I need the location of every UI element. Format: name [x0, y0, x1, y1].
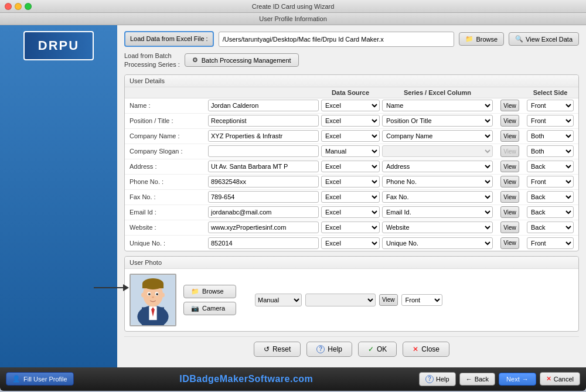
close-label: Close [421, 345, 440, 353]
batch-btn-label: Batch Processing Management [202, 57, 291, 64]
footer-help-label: Help [436, 376, 449, 383]
bottom-buttons: ↺ Reset ? Help ✓ OK ✕ Close [124, 336, 579, 362]
row-side-select[interactable]: FrontBackBoth [527, 100, 574, 111]
row-view-btn[interactable]: View [500, 115, 519, 127]
row-series-select[interactable]: NamePosition Or TitleCompany NameAddress… [382, 237, 493, 249]
photo-series-select[interactable] [305, 294, 376, 306]
footer-next-btn[interactable]: Next → [499, 373, 536, 386]
reset-btn[interactable]: ↺ Reset [254, 342, 301, 357]
row-series-select[interactable]: NamePosition Or TitleCompany NameAddress… [382, 191, 493, 203]
row-value-input[interactable] [208, 206, 319, 218]
photo-camera-btn[interactable]: 📷 Camera [183, 302, 236, 315]
row-series-select[interactable]: NamePosition Or TitleCompany NameAddress… [382, 145, 493, 157]
photo-camera-label: Camera [202, 305, 225, 312]
row-view-btn[interactable]: View [500, 176, 519, 188]
row-side-select[interactable]: FrontBackBoth [527, 221, 574, 233]
row-datasource-select[interactable]: ExcelManual [321, 221, 380, 233]
svg-point-10 [148, 293, 151, 295]
row-value-input[interactable] [208, 100, 319, 111]
photo-section: 📁 Browse 📷 Camera Manual Excel [125, 269, 578, 331]
row-series-select[interactable]: NamePosition Or TitleCompany NameAddress… [382, 161, 493, 172]
row-view-btn[interactable]: View [500, 237, 519, 249]
help-btn[interactable]: ? Help [306, 342, 352, 357]
photo-browse-btn[interactable]: 📁 Browse [183, 285, 236, 298]
minimize-window-btn[interactable] [15, 3, 22, 10]
row-series-select[interactable]: NamePosition Or TitleCompany NameAddress… [382, 115, 493, 127]
th-side: Select Side [527, 89, 574, 96]
side-col: FrontBackBoth [527, 191, 574, 203]
row-value-input[interactable] [208, 221, 319, 233]
ok-icon: ✓ [368, 345, 374, 353]
photo-datasource-select[interactable]: Manual Excel [255, 294, 302, 306]
row-side-select[interactable]: FrontBackBoth [527, 176, 574, 188]
row-value-input[interactable] [208, 237, 319, 249]
table-row: Fax No. :ExcelManualNamePosition Or Titl… [125, 190, 578, 205]
row-datasource-select[interactable]: ExcelManual [321, 161, 380, 172]
row-side-select[interactable]: FrontBackBoth [527, 161, 574, 172]
fill-profile-btn[interactable]: 👤 Fill User Profile [6, 372, 74, 386]
row-datasource-select[interactable]: ExcelManual [321, 100, 380, 111]
photo-browse-label: Browse [202, 288, 224, 295]
row-datasource-select[interactable]: ExcelManual [321, 191, 380, 203]
row-side-select[interactable]: FrontBackBoth [527, 145, 574, 157]
row-datasource-select[interactable]: ExcelManual [321, 145, 380, 157]
row-datasource-select[interactable]: ExcelManual [321, 206, 380, 218]
row-value-input[interactable] [208, 130, 319, 142]
row-series-select[interactable]: NamePosition Or TitleCompany NameAddress… [382, 130, 493, 142]
drpu-logo: DRPU [23, 31, 94, 60]
footer-back-label: Back [475, 376, 489, 383]
photo-side-select[interactable]: Front Back Both [401, 294, 442, 306]
ok-btn[interactable]: ✓ OK [358, 342, 397, 357]
view-excel-btn[interactable]: 🔍 View Excel Data [509, 32, 579, 46]
series-cell: NamePosition Or TitleCompany NameAddress… [382, 161, 493, 172]
footer-cancel-btn[interactable]: ✕ Cancel [540, 372, 580, 386]
row-side-select[interactable]: FrontBackBoth [527, 206, 574, 218]
series-cell: NamePosition Or TitleCompany NameAddress… [382, 100, 493, 111]
row-series-select[interactable]: NamePosition Or TitleCompany NameAddress… [382, 206, 493, 218]
fill-profile-label: Fill User Profile [23, 376, 67, 383]
row-value-input[interactable] [208, 176, 319, 188]
row-side-select[interactable]: FrontBackBoth [527, 237, 574, 249]
row-datasource-select[interactable]: ExcelManual [321, 237, 380, 249]
browse-btn[interactable]: 📁 Browse [459, 32, 504, 46]
row-side-select[interactable]: FrontBackBoth [527, 191, 574, 203]
th-series: Series / Excel Column [382, 89, 493, 96]
row-series-select[interactable]: NamePosition Or TitleCompany NameAddress… [382, 100, 493, 111]
row-value-input[interactable] [208, 115, 319, 127]
row-value-input[interactable] [208, 161, 319, 172]
row-value-input[interactable] [208, 145, 319, 157]
row-series-select[interactable]: NamePosition Or TitleCompany NameAddress… [382, 221, 493, 233]
row-side-select[interactable]: FrontBackBoth [527, 130, 574, 142]
load-data-row: Load Data from Excel File : 📁 Browse 🔍 V… [124, 31, 579, 47]
footer-help-btn[interactable]: ? Help [419, 372, 456, 386]
row-datasource-select[interactable]: ExcelManual [321, 130, 380, 142]
batch-processing-btn[interactable]: ⚙ Batch Processing Management [185, 53, 299, 67]
file-path-input[interactable] [219, 32, 455, 47]
row-side-select[interactable]: FrontBackBoth [527, 115, 574, 127]
row-view-btn[interactable]: View [500, 191, 519, 203]
row-datasource-select[interactable]: ExcelManual [321, 115, 380, 127]
close-btn[interactable]: ✕ Close [403, 342, 449, 357]
row-view-btn[interactable]: View [500, 100, 519, 111]
load-data-btn[interactable]: Load Data from Excel File : [124, 31, 214, 47]
row-view-btn[interactable]: View [500, 221, 519, 233]
reset-label: Reset [272, 345, 291, 353]
close-window-btn[interactable] [5, 3, 12, 10]
row-view-btn[interactable]: View [500, 161, 519, 172]
svg-point-14 [161, 293, 165, 298]
row-value-input[interactable] [208, 191, 319, 203]
row-datasource-select[interactable]: ExcelManual [321, 176, 380, 188]
th-value [208, 89, 319, 96]
footer-back-btn[interactable]: ← Back [459, 373, 495, 386]
view-btn-wrap: View [495, 237, 524, 249]
photo-view-btn[interactable]: View [379, 294, 398, 306]
row-series-select[interactable]: NamePosition Or TitleCompany NameAddress… [382, 176, 493, 188]
row-view-btn[interactable]: View [500, 145, 519, 157]
photo-box [130, 274, 176, 326]
side-col: FrontBackBoth [527, 161, 574, 172]
row-view-btn[interactable]: View [500, 130, 519, 142]
th-view [495, 89, 524, 96]
series-cell: NamePosition Or TitleCompany NameAddress… [382, 115, 493, 127]
maximize-window-btn[interactable] [25, 3, 32, 10]
row-view-btn[interactable]: View [500, 206, 519, 218]
